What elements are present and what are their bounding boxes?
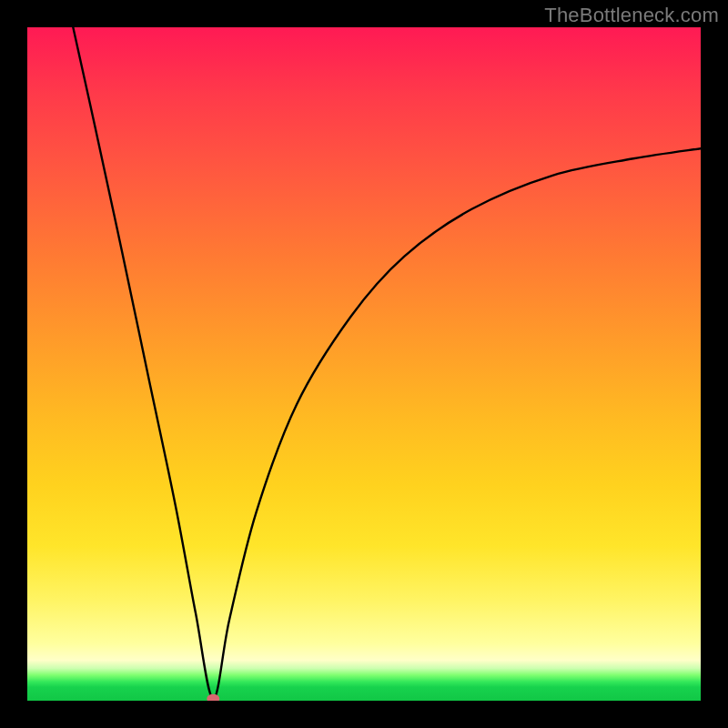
minimum-marker	[207, 694, 219, 701]
plot-area	[27, 27, 701, 701]
curve-line	[73, 27, 701, 699]
bottleneck-curve	[27, 27, 701, 701]
chart-frame: TheBottleneck.com	[0, 0, 728, 728]
watermark-text: TheBottleneck.com	[544, 4, 719, 27]
